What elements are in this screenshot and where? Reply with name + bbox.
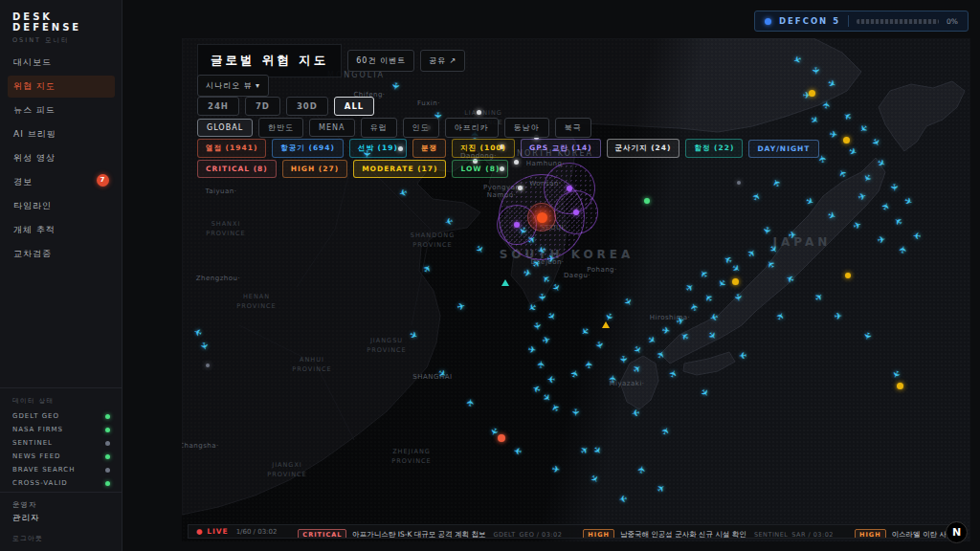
aircraft-marker[interactable]: ✈: [390, 81, 400, 91]
aircraft-marker[interactable]: ✈: [738, 350, 746, 361]
aircraft-marker[interactable]: ✈: [912, 231, 921, 241]
layer-toggle-열점 (1941)[interactable]: 열점 (1941): [197, 139, 266, 158]
events-count-badge: 60건 이벤트: [347, 50, 414, 72]
aircraft-marker[interactable]: ✈: [618, 355, 629, 364]
sidebar-item-AI 브리핑[interactable]: AI 브리핑: [8, 123, 115, 145]
hotspot-marker[interactable]: [537, 212, 547, 223]
layer-toggle-군사기지 (24)[interactable]: 군사기지 (24): [607, 139, 680, 158]
aircraft-marker[interactable]: ✈: [732, 293, 743, 302]
layer-toggle-GPS 교란 (14)[interactable]: GPS 교란 (14): [521, 139, 601, 158]
region-filter-한반도[interactable]: 한반도: [258, 118, 303, 138]
user-name: 운영자: [12, 500, 110, 510]
region-filter-MENA[interactable]: MENA: [309, 119, 354, 137]
map-dot-marker[interactable]: [498, 434, 505, 442]
map-dot-marker[interactable]: [514, 222, 520, 228]
region-filter-유럽[interactable]: 유럽: [361, 118, 397, 138]
aircraft-marker[interactable]: ✈: [788, 231, 796, 241]
layer-toggle-분쟁[interactable]: 분쟁: [412, 139, 446, 158]
data-source-row: BRAVE SEARCH: [12, 466, 110, 474]
aircraft-marker[interactable]: ✈: [531, 321, 542, 331]
layer-toggle-DAY/NIGHT[interactable]: DAY/NIGHT: [748, 140, 818, 158]
region-filter-인도[interactable]: 인도: [403, 118, 439, 138]
layer-toggle-함정 (22)[interactable]: 함정 (22): [685, 139, 743, 158]
aircraft-marker[interactable]: ✈: [466, 398, 477, 408]
aircraft-marker[interactable]: ✈: [761, 226, 771, 235]
aircraft-marker[interactable]: ✈: [527, 344, 537, 355]
map-dot-marker[interactable]: [732, 278, 739, 285]
ticker-severity-badge: HIGH: [855, 529, 886, 539]
threat-map[interactable]: MONGOLIAChifeng·Fuxin·LIAONING PROVINCEN…: [182, 38, 970, 541]
defcon-indicator[interactable]: DEFCON 5 0%: [754, 11, 969, 32]
aircraft-marker[interactable]: ✈: [811, 66, 821, 75]
sidebar-item-타임라인[interactable]: 타임라인: [8, 195, 115, 217]
sidebar-item-경보[interactable]: 경보7: [8, 171, 115, 193]
region-filter-북극[interactable]: 북극: [555, 118, 591, 138]
sidebar-item-뉴스 피드[interactable]: 뉴스 피드: [8, 99, 115, 121]
map-dot-marker[interactable]: [206, 364, 210, 367]
aircraft-marker[interactable]: ✈: [585, 360, 595, 368]
scenario-dropdown[interactable]: 시나리오 뷰 ▾: [197, 75, 269, 97]
aircraft-marker[interactable]: ✈: [551, 464, 561, 474]
severity-filter-HIGH (27)[interactable]: HIGH (27): [282, 160, 347, 178]
time-filter-7D[interactable]: 7D: [245, 97, 280, 116]
aircraft-marker[interactable]: ✈: [537, 360, 547, 368]
map-dot-marker[interactable]: [573, 209, 579, 215]
region-filter-GLOBAL[interactable]: GLOBAL: [197, 119, 253, 137]
time-filter-30D[interactable]: 30D: [286, 97, 328, 116]
aircraft-marker[interactable]: ✈: [570, 408, 580, 416]
ticker-headline[interactable]: 아프가니스탄 IS-K 대규모 공격 계획 첩보: [352, 530, 485, 539]
aircraft-marker[interactable]: ✈: [636, 465, 647, 474]
map-dot-marker[interactable]: [518, 186, 523, 190]
aircraft-marker[interactable]: ✈: [834, 312, 842, 322]
map-dot-marker[interactable]: [567, 186, 572, 191]
aircraft-marker[interactable]: ✈: [609, 374, 619, 383]
defcon-progress-bar: [857, 19, 939, 24]
sidebar-item-교차검증[interactable]: 교차검증: [8, 243, 115, 265]
sidebar-item-대시보드[interactable]: 대시보드: [8, 52, 115, 74]
layer-toggle-지진 (100)[interactable]: 지진 (100): [452, 139, 515, 158]
region-filter-동남아[interactable]: 동남아: [504, 118, 549, 138]
map-dot-marker[interactable]: [843, 137, 850, 143]
map-dot-marker[interactable]: [514, 160, 519, 165]
map-dot-marker[interactable]: [845, 273, 851, 278]
aircraft-marker[interactable]: ✈: [618, 493, 628, 503]
map-dot-marker[interactable]: [809, 90, 815, 97]
aircraft-marker[interactable]: ✈: [898, 245, 908, 254]
aircraft-marker[interactable]: ✈: [513, 445, 523, 455]
layer-toggle-항공기 (694)[interactable]: 항공기 (694): [272, 139, 344, 158]
sidebar-item-개체 추적[interactable]: 개체 추적: [8, 219, 115, 241]
data-source-name: NEWS FEED: [12, 452, 61, 460]
aircraft-marker[interactable]: ✈: [537, 293, 547, 301]
nextjs-dev-badge[interactable]: N: [946, 521, 968, 543]
map-dot-marker[interactable]: [897, 383, 903, 389]
map-dot-marker[interactable]: [644, 198, 650, 204]
ship-marker[interactable]: [602, 321, 610, 328]
app-subtitle: OSINT 모니터: [12, 36, 122, 45]
layer-toggle-선박 (19)[interactable]: 선박 (19): [349, 139, 407, 158]
map-dot-marker[interactable]: [477, 110, 481, 115]
sidebar-item-위협 지도[interactable]: 위협 지도: [8, 76, 115, 98]
aircraft-marker[interactable]: ✈: [877, 234, 886, 245]
severity-filter-LOW (8)[interactable]: LOW (8): [452, 160, 508, 178]
aircraft-marker[interactable]: ✈: [547, 374, 555, 384]
news-ticker[interactable]: ● LIVE 1/60 / 03:02 CRITICAL아프가니스탄 IS-K …: [188, 524, 965, 539]
severity-filter-MODERATE (17)[interactable]: MODERATE (17): [353, 160, 446, 178]
ticker-source: SENTINEL_SAR / 03:02: [754, 531, 834, 539]
map-dot-marker[interactable]: [737, 181, 741, 185]
sidebar-item-위성 영상[interactable]: 위성 영상: [8, 147, 115, 169]
ticker-headline[interactable]: 남중국해 인공섬 군사화 신규 시설 확인: [620, 530, 746, 539]
ship-marker[interactable]: [501, 279, 509, 286]
region-filter-아프리카[interactable]: 아프리카: [445, 118, 499, 138]
data-source-row: SENTINEL: [12, 439, 110, 447]
aircraft-marker[interactable]: ✈: [631, 407, 640, 417]
aircraft-marker[interactable]: ✈: [889, 183, 900, 191]
time-filter-24H[interactable]: 24H: [197, 97, 239, 116]
aircraft-marker[interactable]: ✈: [829, 129, 838, 140]
share-button[interactable]: 공유 ↗: [420, 50, 465, 72]
aircraft-marker[interactable]: ✈: [821, 100, 832, 110]
logout-button[interactable]: 로그아웃: [12, 534, 110, 543]
severity-filter-CRITICAL (8)[interactable]: CRITICAL (8): [197, 160, 277, 178]
aircraft-marker[interactable]: ✈: [661, 325, 671, 336]
status-dot-ok: [105, 428, 110, 432]
time-filter-ALL[interactable]: ALL: [334, 97, 374, 116]
